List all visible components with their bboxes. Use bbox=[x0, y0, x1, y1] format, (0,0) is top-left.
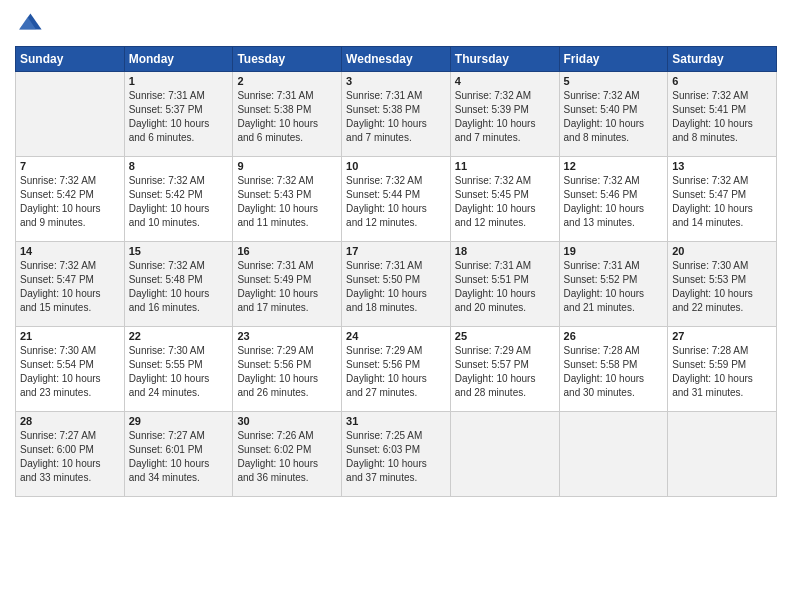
calendar-cell: 8Sunrise: 7:32 AM Sunset: 5:42 PM Daylig… bbox=[124, 157, 233, 242]
calendar-cell: 30Sunrise: 7:26 AM Sunset: 6:02 PM Dayli… bbox=[233, 412, 342, 497]
calendar-week-3: 14Sunrise: 7:32 AM Sunset: 5:47 PM Dayli… bbox=[16, 242, 777, 327]
day-number: 6 bbox=[672, 75, 772, 87]
day-number: 16 bbox=[237, 245, 337, 257]
day-number: 1 bbox=[129, 75, 229, 87]
calendar-cell: 18Sunrise: 7:31 AM Sunset: 5:51 PM Dayli… bbox=[450, 242, 559, 327]
day-info: Sunrise: 7:32 AM Sunset: 5:47 PM Dayligh… bbox=[20, 259, 120, 315]
day-info: Sunrise: 7:32 AM Sunset: 5:48 PM Dayligh… bbox=[129, 259, 229, 315]
calendar-cell: 16Sunrise: 7:31 AM Sunset: 5:49 PM Dayli… bbox=[233, 242, 342, 327]
calendar-cell: 22Sunrise: 7:30 AM Sunset: 5:55 PM Dayli… bbox=[124, 327, 233, 412]
day-number: 12 bbox=[564, 160, 664, 172]
day-info: Sunrise: 7:31 AM Sunset: 5:52 PM Dayligh… bbox=[564, 259, 664, 315]
calendar-cell bbox=[450, 412, 559, 497]
day-number: 13 bbox=[672, 160, 772, 172]
day-info: Sunrise: 7:28 AM Sunset: 5:58 PM Dayligh… bbox=[564, 344, 664, 400]
day-number: 8 bbox=[129, 160, 229, 172]
day-number: 21 bbox=[20, 330, 120, 342]
day-info: Sunrise: 7:31 AM Sunset: 5:49 PM Dayligh… bbox=[237, 259, 337, 315]
calendar-cell: 29Sunrise: 7:27 AM Sunset: 6:01 PM Dayli… bbox=[124, 412, 233, 497]
day-number: 2 bbox=[237, 75, 337, 87]
day-number: 29 bbox=[129, 415, 229, 427]
calendar-cell: 19Sunrise: 7:31 AM Sunset: 5:52 PM Dayli… bbox=[559, 242, 668, 327]
day-number: 20 bbox=[672, 245, 772, 257]
day-info: Sunrise: 7:31 AM Sunset: 5:50 PM Dayligh… bbox=[346, 259, 446, 315]
logo bbox=[15, 10, 47, 38]
day-info: Sunrise: 7:30 AM Sunset: 5:55 PM Dayligh… bbox=[129, 344, 229, 400]
calendar-header: SundayMondayTuesdayWednesdayThursdayFrid… bbox=[16, 47, 777, 72]
calendar-cell: 10Sunrise: 7:32 AM Sunset: 5:44 PM Dayli… bbox=[342, 157, 451, 242]
calendar-cell: 26Sunrise: 7:28 AM Sunset: 5:58 PM Dayli… bbox=[559, 327, 668, 412]
day-number: 4 bbox=[455, 75, 555, 87]
calendar-cell: 3Sunrise: 7:31 AM Sunset: 5:38 PM Daylig… bbox=[342, 72, 451, 157]
day-info: Sunrise: 7:29 AM Sunset: 5:56 PM Dayligh… bbox=[346, 344, 446, 400]
calendar-week-5: 28Sunrise: 7:27 AM Sunset: 6:00 PM Dayli… bbox=[16, 412, 777, 497]
calendar-cell: 31Sunrise: 7:25 AM Sunset: 6:03 PM Dayli… bbox=[342, 412, 451, 497]
calendar-cell: 24Sunrise: 7:29 AM Sunset: 5:56 PM Dayli… bbox=[342, 327, 451, 412]
day-info: Sunrise: 7:32 AM Sunset: 5:44 PM Dayligh… bbox=[346, 174, 446, 230]
day-info: Sunrise: 7:32 AM Sunset: 5:42 PM Dayligh… bbox=[129, 174, 229, 230]
calendar-cell: 20Sunrise: 7:30 AM Sunset: 5:53 PM Dayli… bbox=[668, 242, 777, 327]
weekday-header-monday: Monday bbox=[124, 47, 233, 72]
day-number: 14 bbox=[20, 245, 120, 257]
day-info: Sunrise: 7:25 AM Sunset: 6:03 PM Dayligh… bbox=[346, 429, 446, 485]
day-info: Sunrise: 7:28 AM Sunset: 5:59 PM Dayligh… bbox=[672, 344, 772, 400]
day-number: 15 bbox=[129, 245, 229, 257]
calendar-cell: 17Sunrise: 7:31 AM Sunset: 5:50 PM Dayli… bbox=[342, 242, 451, 327]
day-info: Sunrise: 7:27 AM Sunset: 6:00 PM Dayligh… bbox=[20, 429, 120, 485]
calendar-cell: 21Sunrise: 7:30 AM Sunset: 5:54 PM Dayli… bbox=[16, 327, 125, 412]
calendar-cell: 15Sunrise: 7:32 AM Sunset: 5:48 PM Dayli… bbox=[124, 242, 233, 327]
day-info: Sunrise: 7:32 AM Sunset: 5:46 PM Dayligh… bbox=[564, 174, 664, 230]
calendar-cell: 27Sunrise: 7:28 AM Sunset: 5:59 PM Dayli… bbox=[668, 327, 777, 412]
day-number: 9 bbox=[237, 160, 337, 172]
calendar-cell: 12Sunrise: 7:32 AM Sunset: 5:46 PM Dayli… bbox=[559, 157, 668, 242]
day-number: 10 bbox=[346, 160, 446, 172]
day-info: Sunrise: 7:32 AM Sunset: 5:40 PM Dayligh… bbox=[564, 89, 664, 145]
day-number: 7 bbox=[20, 160, 120, 172]
day-info: Sunrise: 7:32 AM Sunset: 5:45 PM Dayligh… bbox=[455, 174, 555, 230]
day-info: Sunrise: 7:31 AM Sunset: 5:38 PM Dayligh… bbox=[237, 89, 337, 145]
day-number: 17 bbox=[346, 245, 446, 257]
calendar-cell: 28Sunrise: 7:27 AM Sunset: 6:00 PM Dayli… bbox=[16, 412, 125, 497]
day-info: Sunrise: 7:32 AM Sunset: 5:43 PM Dayligh… bbox=[237, 174, 337, 230]
calendar-cell: 6Sunrise: 7:32 AM Sunset: 5:41 PM Daylig… bbox=[668, 72, 777, 157]
calendar-cell: 1Sunrise: 7:31 AM Sunset: 5:37 PM Daylig… bbox=[124, 72, 233, 157]
calendar-week-2: 7Sunrise: 7:32 AM Sunset: 5:42 PM Daylig… bbox=[16, 157, 777, 242]
day-number: 11 bbox=[455, 160, 555, 172]
day-info: Sunrise: 7:31 AM Sunset: 5:38 PM Dayligh… bbox=[346, 89, 446, 145]
day-info: Sunrise: 7:32 AM Sunset: 5:41 PM Dayligh… bbox=[672, 89, 772, 145]
weekday-header-wednesday: Wednesday bbox=[342, 47, 451, 72]
day-info: Sunrise: 7:30 AM Sunset: 5:54 PM Dayligh… bbox=[20, 344, 120, 400]
day-info: Sunrise: 7:32 AM Sunset: 5:39 PM Dayligh… bbox=[455, 89, 555, 145]
day-number: 19 bbox=[564, 245, 664, 257]
weekday-header-thursday: Thursday bbox=[450, 47, 559, 72]
day-info: Sunrise: 7:30 AM Sunset: 5:53 PM Dayligh… bbox=[672, 259, 772, 315]
day-number: 22 bbox=[129, 330, 229, 342]
calendar-cell: 13Sunrise: 7:32 AM Sunset: 5:47 PM Dayli… bbox=[668, 157, 777, 242]
main-container: SundayMondayTuesdayWednesdayThursdayFrid… bbox=[0, 0, 792, 507]
calendar-week-1: 1Sunrise: 7:31 AM Sunset: 5:37 PM Daylig… bbox=[16, 72, 777, 157]
calendar-week-4: 21Sunrise: 7:30 AM Sunset: 5:54 PM Dayli… bbox=[16, 327, 777, 412]
calendar-cell bbox=[16, 72, 125, 157]
calendar-cell bbox=[559, 412, 668, 497]
day-number: 28 bbox=[20, 415, 120, 427]
calendar-cell: 23Sunrise: 7:29 AM Sunset: 5:56 PM Dayli… bbox=[233, 327, 342, 412]
day-number: 26 bbox=[564, 330, 664, 342]
calendar-cell: 4Sunrise: 7:32 AM Sunset: 5:39 PM Daylig… bbox=[450, 72, 559, 157]
day-info: Sunrise: 7:26 AM Sunset: 6:02 PM Dayligh… bbox=[237, 429, 337, 485]
logo-icon bbox=[15, 10, 43, 38]
calendar-cell: 5Sunrise: 7:32 AM Sunset: 5:40 PM Daylig… bbox=[559, 72, 668, 157]
day-info: Sunrise: 7:29 AM Sunset: 5:57 PM Dayligh… bbox=[455, 344, 555, 400]
calendar-cell: 11Sunrise: 7:32 AM Sunset: 5:45 PM Dayli… bbox=[450, 157, 559, 242]
calendar-table: SundayMondayTuesdayWednesdayThursdayFrid… bbox=[15, 46, 777, 497]
weekday-header-saturday: Saturday bbox=[668, 47, 777, 72]
day-info: Sunrise: 7:31 AM Sunset: 5:51 PM Dayligh… bbox=[455, 259, 555, 315]
day-number: 24 bbox=[346, 330, 446, 342]
calendar-cell: 9Sunrise: 7:32 AM Sunset: 5:43 PM Daylig… bbox=[233, 157, 342, 242]
header bbox=[15, 10, 777, 38]
weekday-header-tuesday: Tuesday bbox=[233, 47, 342, 72]
day-number: 5 bbox=[564, 75, 664, 87]
day-number: 18 bbox=[455, 245, 555, 257]
day-number: 3 bbox=[346, 75, 446, 87]
day-info: Sunrise: 7:32 AM Sunset: 5:47 PM Dayligh… bbox=[672, 174, 772, 230]
calendar-cell: 14Sunrise: 7:32 AM Sunset: 5:47 PM Dayli… bbox=[16, 242, 125, 327]
